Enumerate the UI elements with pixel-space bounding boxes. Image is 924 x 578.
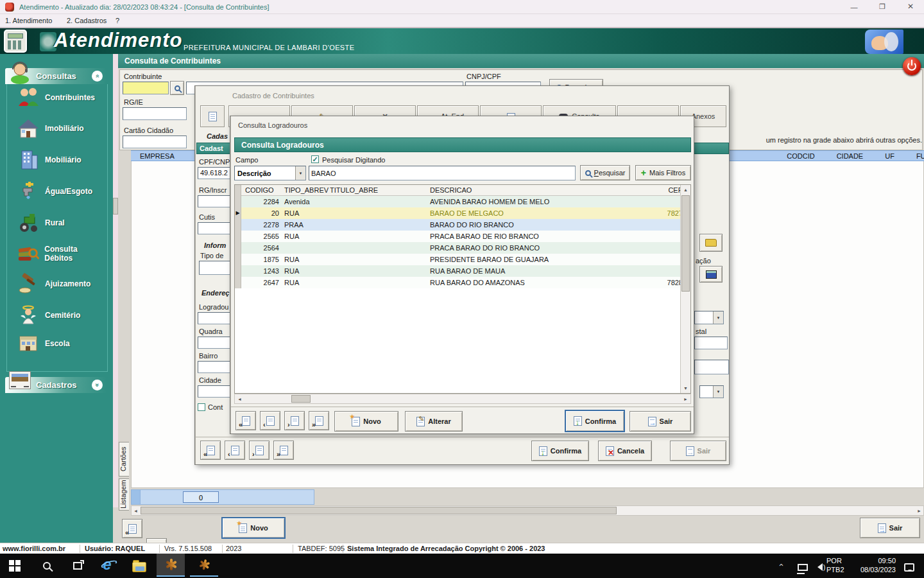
scroll-up-icon[interactable]: ▲ <box>681 188 690 192</box>
log-confirma-button[interactable]: ↓ Confirma <box>565 410 624 432</box>
table-row[interactable]: 2284AvenidaAVENIDA BARAO HOMEM DE MELO <box>235 196 684 207</box>
table-vscrollbar[interactable]: ▲ ▼ <box>680 185 690 393</box>
chevron-up-icon[interactable]: » <box>92 71 103 82</box>
col-titulo-abre[interactable]: TITULO_ABRE <box>330 185 430 196</box>
sidebar-item-mobiliario[interactable]: Mobiliário <box>17 146 107 174</box>
main-hscrollbar[interactable]: ◄ ► <box>131 505 924 516</box>
dlg-pesquisar-button[interactable]: Pesquisar <box>580 165 630 180</box>
calculator-button[interactable] <box>699 266 723 283</box>
log-nav-first[interactable]: « <box>235 411 256 430</box>
cadastro-tab[interactable]: Cadas <box>207 132 228 140</box>
left-vertical-scrollbar[interactable] <box>113 54 118 507</box>
log-sair-button[interactable]: → Sair <box>629 411 691 432</box>
campo-combo[interactable]: Descrição ▼ <box>234 166 306 180</box>
table-row[interactable]: 2565RUAPRACA BARAO DE RIO BRANCO <box>235 231 684 242</box>
right-combo-2[interactable]: ▼ <box>699 385 724 398</box>
table-row[interactable]: 1875RUAPRESIDENTE BARAO DE GUAJARA <box>235 254 684 265</box>
digitando-checkbox[interactable]: ✓ <box>311 155 319 163</box>
cartao-input[interactable] <box>123 136 187 148</box>
scroll-right-icon[interactable]: ► <box>917 509 921 513</box>
mais-filtros-button[interactable]: + Mais Filtros <box>635 165 691 180</box>
right-input-1[interactable] <box>694 337 728 349</box>
sidebar-item-contribuintes[interactable]: Contribuintes <box>17 83 107 112</box>
combo-arrow-icon[interactable]: ▼ <box>713 311 723 324</box>
col-codigo[interactable]: CODIGO <box>241 185 282 196</box>
col-descricao[interactable]: DESCRICAO <box>430 185 662 196</box>
tab-cartoes[interactable]: Cartões <box>119 442 129 477</box>
contribuinte-lookup-button[interactable] <box>170 81 184 95</box>
col-uf[interactable]: UF <box>885 152 894 160</box>
log-nav-prev[interactable]: ‹ <box>260 411 280 430</box>
col-cidade[interactable]: CIDADE <box>837 152 864 160</box>
cad-nav-first[interactable]: « <box>200 441 221 460</box>
table-row-selected[interactable]: ▶20RUABARAO DE MELGACO7827 <box>235 207 684 219</box>
sair-button[interactable]: → Sair <box>860 518 920 538</box>
cad-sair-button[interactable]: → Sair <box>670 441 726 461</box>
menu-cadastros[interactable]: 2. Cadastros <box>67 17 107 24</box>
combo-arrow-icon[interactable]: ▼ <box>295 166 305 180</box>
right-input-2[interactable] <box>694 360 729 374</box>
cad-nav-last[interactable]: » <box>273 441 294 460</box>
scroll-left-icon[interactable]: ◄ <box>237 397 242 401</box>
chevron-down-icon[interactable]: » <box>92 380 103 390</box>
combo-arrow-icon[interactable]: ▼ <box>713 386 723 398</box>
sidebar-item-cemiterio[interactable]: Cemitério <box>17 301 107 329</box>
col-empresa[interactable]: EMPRESA <box>140 152 175 160</box>
tab-listagem[interactable]: Listagem <box>119 478 129 511</box>
sidebar-item-agua[interactable]: Água/Esgoto <box>17 177 107 206</box>
cad-nav-prev[interactable]: ‹ <box>225 441 245 460</box>
contr-checkbox[interactable] <box>198 403 205 411</box>
table-hscrollbar[interactable]: ◄ ► <box>234 394 691 404</box>
sidebar-item-rural[interactable]: Rural <box>17 209 107 237</box>
cad-cancela-button[interactable]: ✕ Cancela <box>598 441 652 461</box>
table-row[interactable]: 2278PRAABARAO DO RIO BRANCO <box>235 219 684 231</box>
maximize-button[interactable]: ❐ <box>873 3 892 10</box>
tray-chevron[interactable]: › <box>776 563 785 566</box>
nav-first-button[interactable]: « <box>122 519 142 538</box>
scrollbar-thumb[interactable] <box>681 195 690 292</box>
close-button[interactable]: ✕ <box>901 3 920 10</box>
start-button[interactable] <box>5 556 24 575</box>
scroll-down-icon[interactable]: ▼ <box>683 386 688 390</box>
search-text-input[interactable] <box>309 166 576 180</box>
table-row[interactable]: 2647RUARUA BARAO DO AMAZONAS7828 <box>235 277 684 288</box>
scroll-left-icon[interactable]: ◄ <box>133 509 138 513</box>
menu-help[interactable]: ? <box>116 17 119 24</box>
novo-button[interactable]: ★ Novo <box>222 518 285 538</box>
table-row[interactable]: 2564PRACA BARAO DO RIO BRANCO <box>235 242 684 254</box>
minimize-button[interactable]: — <box>844 4 864 10</box>
col-funcionai[interactable]: FUNCIONAI <box>916 152 924 160</box>
log-novo-button[interactable]: ★ Novo <box>334 411 398 432</box>
app-fiorilli-active[interactable] <box>157 554 185 577</box>
toolbar-small-button[interactable] <box>200 105 225 127</box>
tray-language[interactable]: POR PTB2 <box>826 556 844 574</box>
sidebar-item-consulta-debitos[interactable]: Consulta Débitos <box>17 240 107 268</box>
folder-button[interactable] <box>699 234 723 252</box>
scrollbar-thumb[interactable] <box>291 395 311 403</box>
power-icon[interactable] <box>903 57 921 75</box>
sidebar-item-escola[interactable]: Escola <box>17 329 107 358</box>
sidebar-item-ajuizamento[interactable]: Ajuizamento <box>17 270 107 298</box>
scroll-right-icon[interactable]: ► <box>683 397 688 401</box>
app-fiorilli-2[interactable] <box>190 554 218 577</box>
log-nav-last[interactable]: » <box>309 411 329 430</box>
cad-nav-next[interactable]: › <box>249 441 270 460</box>
notification-icon[interactable] <box>900 557 919 577</box>
listagem-count-cell[interactable]: 0 <box>183 491 219 503</box>
file-explorer-button[interactable] <box>130 557 149 577</box>
cad-confirma-button[interactable]: ↓ Confirma <box>531 441 589 461</box>
taskbar-search-button[interactable] <box>37 556 56 575</box>
scrollbar-thumb[interactable] <box>141 507 617 514</box>
menu-atendimento[interactable]: 1. Atendimento <box>5 17 52 24</box>
internet-explorer-button[interactable]: e <box>98 555 117 574</box>
log-alterar-button[interactable]: ✎ Alterar <box>405 411 463 432</box>
log-nav-next[interactable]: › <box>284 411 305 430</box>
sidebar-item-imobiliario[interactable]: Imobiliário <box>17 114 107 143</box>
contribuinte-code-input[interactable] <box>123 82 169 94</box>
tray-clock[interactable]: 09:50 08/03/2023 <box>848 556 896 574</box>
table-row[interactable]: 1243RUARUA BARAO DE MAUA <box>235 265 684 277</box>
rg-input[interactable] <box>123 107 187 120</box>
right-combo-1[interactable]: ▼ <box>694 311 724 324</box>
task-view-button[interactable] <box>68 556 87 575</box>
scrollbar-thumb[interactable] <box>113 198 118 215</box>
